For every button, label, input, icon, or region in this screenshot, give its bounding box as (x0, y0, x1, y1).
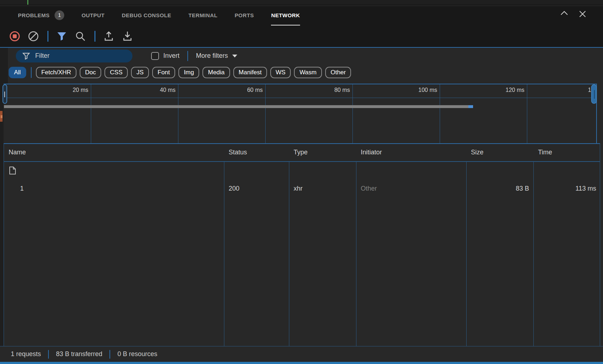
chip-wasm[interactable]: Wasm (294, 67, 322, 78)
resources-amount: 0 B resources (117, 350, 157, 358)
timeline-gridline (527, 84, 527, 144)
chip-css[interactable]: CSS (104, 67, 128, 78)
chip-all[interactable]: All (9, 67, 26, 78)
column-header-size[interactable]: Size (471, 149, 483, 156)
chip-fetch-xhr[interactable]: Fetch/XHR (36, 67, 76, 78)
toolbar-separator (94, 31, 95, 42)
overview-window-left-handle[interactable] (3, 84, 7, 104)
table-row[interactable]: 1 200 xhr Other 83 B 113 ms (4, 162, 600, 179)
invert-checkbox[interactable] (151, 52, 159, 60)
requests-count: 1 requests (11, 350, 41, 358)
network-status-bar: 1 requests 83 B transferred 0 B resource… (0, 346, 603, 362)
column-header-name[interactable]: Name (9, 149, 26, 156)
record-icon[interactable] (9, 31, 20, 42)
cell-name: 1 (20, 185, 24, 192)
panel-tab-bar: PROBLEMS 1 OUTPUT DEBUG CONSOLE TERMINAL… (0, 6, 603, 25)
cell-initiator: Other (361, 185, 377, 192)
timeline-tick-label: 100 ms (398, 87, 437, 93)
tab-terminal[interactable]: TERMINAL (188, 6, 218, 25)
cell-status: 200 (229, 185, 239, 192)
tab-ports[interactable]: PORTS (235, 6, 254, 25)
timeline-tick-label-clipped: 1 (588, 87, 591, 93)
document-icon (9, 166, 17, 176)
column-header-initiator[interactable]: Initiator (361, 149, 382, 156)
timeline-tick-label: 60 ms (223, 87, 263, 93)
requests-table: Name Status Type Initiator Size Time 1 2… (4, 143, 600, 346)
timeline-tick-label: 80 ms (310, 87, 350, 93)
filter-input[interactable]: Filter (16, 50, 132, 62)
cell-time: 113 ms (533, 185, 596, 192)
tab-output[interactable]: OUTPUT (81, 6, 104, 25)
chevron-down-icon (232, 55, 237, 57)
overview-request-bar (4, 105, 468, 108)
timeline-tick-label: 40 ms (136, 87, 176, 93)
filter-bar: Filter Invert More filters (8, 48, 603, 64)
panel-bottom-border (0, 362, 603, 364)
tab-network[interactable]: NETWORK (271, 6, 300, 25)
tab-debug-console[interactable]: DEBUG CONSOLE (122, 6, 171, 25)
cell-size: 83 B (466, 185, 529, 192)
chip-img[interactable]: Img (178, 67, 199, 78)
chevron-up-icon[interactable] (560, 10, 569, 18)
modified-line-gutter-indicator (27, 0, 28, 5)
chip-manifest[interactable]: Manifest (233, 67, 267, 78)
chip-ws[interactable]: WS (270, 67, 291, 78)
problems-count-badge: 1 (55, 10, 64, 20)
invert-label: Invert (163, 52, 179, 60)
timeline-gridline (178, 84, 178, 144)
timeline-gridline (352, 84, 353, 144)
cell-type: xhr (294, 185, 303, 192)
tab-problems[interactable]: PROBLEMS 1 (18, 6, 64, 25)
download-har-icon[interactable] (122, 31, 133, 42)
status-separator (109, 350, 110, 359)
more-filters-button[interactable]: More filters (196, 52, 237, 60)
overview-window-right-handle[interactable] (591, 84, 597, 104)
network-panel: 20 // const yourMMKVStorage = new MMKV()… (0, 0, 603, 364)
status-separator (48, 350, 49, 359)
overview-request-bar-tip (468, 105, 473, 108)
transferred-amount: 83 B transferred (56, 350, 102, 358)
chip-js[interactable]: JS (131, 67, 149, 78)
network-overview-timeline[interactable]: 20 ms 40 ms 60 ms 80 ms 100 ms 120 ms 1 (4, 84, 597, 143)
close-icon[interactable] (579, 10, 586, 18)
toolbar-separator (47, 31, 48, 42)
timeline-tick-label: 20 ms (49, 87, 88, 93)
chip-separator (31, 67, 32, 78)
chip-doc[interactable]: Doc (80, 67, 101, 78)
column-header-type[interactable]: Type (294, 149, 308, 156)
chip-font[interactable]: Font (152, 67, 175, 78)
chip-media[interactable]: Media (202, 67, 230, 78)
editor-code-strip: 20 // const yourMMKVStorage = new MMKV()… (0, 0, 603, 5)
column-header-time[interactable]: Time (538, 149, 552, 156)
table-header-row: Name Status Type Initiator Size Time (4, 144, 600, 162)
chip-other[interactable]: Other (325, 67, 351, 78)
ruler-bottom-border (4, 98, 597, 98)
clear-icon[interactable] (28, 31, 39, 42)
filter-icon[interactable] (56, 31, 67, 42)
timeline-gridline (265, 84, 266, 144)
upload-har-icon[interactable] (103, 31, 114, 42)
filter-placeholder: Filter (35, 52, 50, 60)
timeline-gridline (91, 84, 91, 144)
search-icon[interactable] (75, 31, 86, 42)
timeline-tick-label: 120 ms (485, 87, 524, 93)
panel-controls (560, 10, 586, 18)
network-toolbar (0, 25, 603, 47)
timeline-gridline (440, 84, 440, 144)
funnel-icon (22, 52, 30, 60)
request-type-filters: All Fetch/XHR Doc CSS JS Font Img Media … (8, 64, 603, 81)
overview-ruler-dot (1, 115, 3, 118)
column-header-status[interactable]: Status (229, 149, 247, 156)
filter-separator (187, 51, 188, 61)
line-number: 20 (17, 4, 24, 5)
